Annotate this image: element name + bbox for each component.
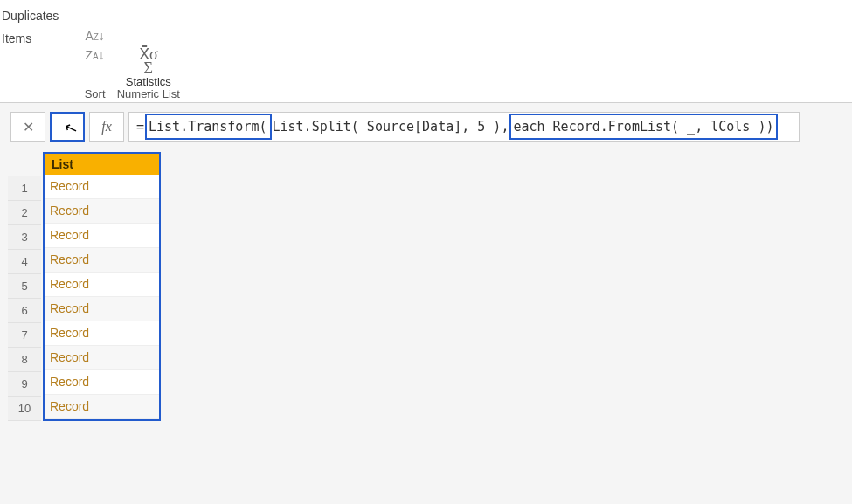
list-cell-record[interactable]: Record <box>45 199 159 224</box>
list-row[interactable]: Record <box>45 321 159 346</box>
list-cell-record[interactable]: Record <box>45 346 159 370</box>
row-index[interactable]: 3 <box>8 225 41 250</box>
list-cell-record[interactable]: Record <box>45 248 159 273</box>
row-index[interactable]: 4 <box>8 250 41 274</box>
formula-bar: ✕ ↖ fx = List.Transform( List.Split( Sou… <box>0 103 852 148</box>
result-area: 12345678910 List RecordRecordRecordRecor… <box>0 148 852 421</box>
cancel-formula-button[interactable]: ✕ <box>10 112 45 142</box>
row-index[interactable]: 1 <box>8 176 41 201</box>
row-index[interactable]: 8 <box>8 348 41 372</box>
fx-icon: fx <box>101 119 112 135</box>
list-row[interactable]: Record <box>45 273 159 297</box>
formula-equals: = <box>136 119 144 135</box>
stats-label: Statistics <box>126 75 171 88</box>
formula-segment-mid: List.Split( Source[Data], 5 ), <box>273 119 509 135</box>
row-index[interactable]: 7 <box>8 323 41 348</box>
ribbon-group-numericlist: X̄σ Σ Statistics ▾ Numeric List <box>115 4 182 100</box>
stats-glyph-bottom-icon: Σ <box>144 61 153 75</box>
formula-segment-transform: List.Transform( <box>145 114 271 140</box>
list-row[interactable]: Record <box>45 370 159 395</box>
ribbon: Duplicates Items AZ↓ ZA↓ Sort X̄σ Σ Stat… <box>0 0 852 103</box>
list-header[interactable]: List <box>45 154 159 175</box>
result-list-table: List RecordRecordRecordRecordRecordRecor… <box>43 152 161 421</box>
list-body: RecordRecordRecordRecordRecordRecordReco… <box>45 175 159 419</box>
list-cell-record[interactable]: Record <box>45 370 159 395</box>
list-row[interactable]: Record <box>45 297 159 321</box>
sort-asc-icon[interactable]: AZ↓ <box>85 30 104 42</box>
row-index[interactable]: 2 <box>8 201 41 225</box>
fx-button[interactable]: fx <box>89 112 124 142</box>
ribbon-item-items[interactable]: Items <box>2 31 59 45</box>
list-cell-record[interactable]: Record <box>45 175 159 199</box>
ribbon-item-duplicates[interactable]: Duplicates <box>2 9 59 23</box>
list-row[interactable]: Record <box>45 346 159 370</box>
list-row[interactable]: Record <box>45 224 159 248</box>
row-index-column: 12345678910 <box>8 176 41 421</box>
list-row[interactable]: Record <box>45 199 159 224</box>
list-cell-record[interactable]: Record <box>45 273 159 297</box>
cursor-icon: ↖ <box>61 117 80 140</box>
list-cell-record[interactable]: Record <box>45 321 159 346</box>
close-icon: ✕ <box>23 119 34 135</box>
ribbon-group-sort: AZ↓ ZA↓ Sort <box>74 4 114 100</box>
ribbon-left-items: Duplicates Items <box>0 4 59 54</box>
list-row[interactable]: Record <box>45 395 159 419</box>
row-index[interactable]: 6 <box>8 299 41 323</box>
row-index[interactable]: 10 <box>8 397 41 421</box>
sort-desc-icon[interactable]: ZA↓ <box>85 49 104 61</box>
formula-segment-each: each Record.FromList( _, lCols )) <box>509 114 778 140</box>
list-cell-record[interactable]: Record <box>45 224 159 248</box>
list-cell-record[interactable]: Record <box>45 297 159 321</box>
formula-input[interactable]: = List.Transform( List.Split( Source[Dat… <box>128 112 800 142</box>
group-label-numericlist: Numeric List <box>117 87 180 100</box>
row-index[interactable]: 9 <box>8 372 41 397</box>
list-row[interactable]: Record <box>45 175 159 199</box>
list-row[interactable]: Record <box>45 248 159 273</box>
group-label-sort: Sort <box>85 87 106 100</box>
confirm-formula-button[interactable]: ↖ <box>50 112 85 142</box>
row-index[interactable]: 5 <box>8 274 41 299</box>
list-cell-record[interactable]: Record <box>45 395 159 419</box>
